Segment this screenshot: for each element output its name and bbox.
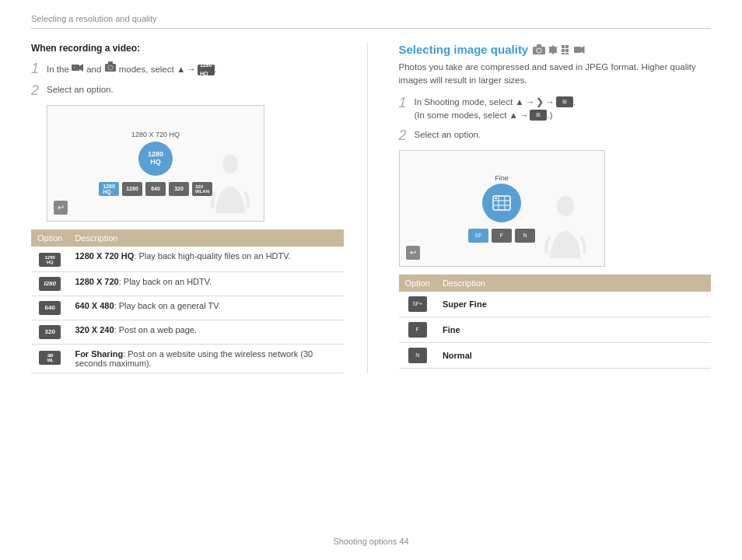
quality-preview-box: Fine SF F N ↩: [399, 150, 605, 267]
figure-silhouette-left: [209, 155, 252, 213]
step-2-text-left: Select an option.: [47, 83, 114, 96]
settings-icon: [548, 44, 558, 55]
video-icon: [574, 45, 585, 54]
table-row: 640 640 X 480: Play back on a general TV…: [31, 296, 344, 320]
when-recording-label: When recording a video:: [31, 43, 344, 54]
option-col-header: Option: [31, 229, 68, 247]
title-text: Selecting image quality: [399, 43, 529, 56]
normal-td-icon: N: [408, 348, 427, 363]
right-desc: Photos you take are compressed and saved…: [399, 61, 712, 88]
quality-badge-icon: [492, 194, 512, 212]
svg-marker-1: [79, 64, 83, 72]
step-1-right-text: In Shooting mode, select ▲ → ❯ → ⊞ . (In…: [415, 96, 576, 123]
step-2-right: 2 Select an option.: [399, 128, 712, 144]
right-desc-header: Description: [436, 275, 711, 292]
table-row: 1280HQ 1280 X 720 HQ: Play back high-qua…: [31, 247, 344, 272]
table-row: F Fine: [399, 317, 712, 342]
desc-cell: 1280 X 720: Play back on an HDTV.: [68, 271, 343, 296]
table-row: 320WL For Sharing: Post on a website usi…: [31, 344, 344, 373]
fine-td-icon: F: [408, 322, 427, 338]
video-preview-box: 1280 X 720 HQ 1280 HQ 1280HQ 1280 640 32…: [47, 105, 264, 222]
svg-rect-25: [495, 198, 497, 199]
step-1-right-number: 1: [399, 96, 410, 111]
icon-cell: 320: [31, 320, 68, 344]
superfine-td-icon: SF+: [408, 296, 427, 312]
normal-label: Normal: [436, 342, 711, 368]
quality-badge: [482, 184, 521, 222]
res-320-icon: 320: [169, 182, 189, 196]
video-cam-icon: [72, 63, 84, 72]
superfine-icon: SF: [468, 229, 488, 243]
desc-cell: 640 X 480: Play back on a general TV.: [68, 296, 343, 320]
table-row: I280 1280 X 720: Play back on an HDTV.: [31, 271, 344, 296]
section-title: Selecting image quality: [399, 43, 712, 56]
1280hq-td-icon: 1280HQ: [39, 253, 61, 267]
camera-icon: [533, 44, 545, 54]
sharing-td-icon: 320WL: [39, 351, 61, 365]
title-icons: [533, 44, 585, 55]
svg-marker-18: [581, 46, 585, 54]
step-2-right-number: 2: [399, 128, 410, 144]
step-2-left: 2 Select an option.: [31, 83, 344, 99]
normal-icon: N: [515, 229, 535, 243]
step-number-1: 1: [31, 61, 42, 77]
step-1-left: 1 In the and modes, select ▲ → 1280HQ .: [31, 61, 344, 77]
quality-icon-row: SF F N: [468, 229, 535, 243]
grid-icon: [561, 44, 572, 55]
back-arrow-right[interactable]: ↩: [406, 246, 420, 260]
svg-rect-13: [562, 49, 565, 52]
svg-rect-11: [562, 45, 565, 48]
smart-cam-icon: [104, 61, 117, 72]
video-options-table: Option Description 1280HQ 1280 X 720 HQ:…: [31, 229, 344, 373]
fine-label: Fine: [436, 317, 711, 342]
quality-badge-label: Fine: [495, 174, 509, 182]
icon-cell: 640: [31, 296, 68, 320]
resolution-badge: 1280 HQ: [138, 142, 173, 176]
step-2-right-text: Select an option.: [415, 128, 481, 142]
svg-rect-4: [108, 61, 113, 65]
page-footer: Shooting options 44: [0, 537, 742, 546]
1280-td-icon: I280: [39, 277, 61, 291]
figure-silhouette-right: [542, 196, 589, 258]
desc-cell: 1280 X 720 HQ: Play back high-quality fi…: [68, 247, 343, 272]
icon-cell: SF+: [399, 292, 436, 317]
desc-cell: 320 X 240: Post on a web page.: [68, 320, 343, 344]
640-td-icon: 640: [39, 301, 61, 315]
icon-cell: N: [399, 342, 436, 368]
icon-cell: 1280HQ: [31, 247, 68, 272]
svg-rect-17: [574, 47, 581, 53]
step-number-2: 2: [31, 83, 42, 99]
step-1-text: In the and modes, select ▲ → 1280HQ .: [47, 61, 217, 76]
quality-options-table: Option Description SF+ Super Fine F Fine: [399, 275, 712, 369]
back-arrow-left[interactable]: ↩: [54, 201, 68, 215]
320-td-icon: 320: [39, 325, 61, 339]
right-option-header: Option: [399, 275, 436, 292]
svg-rect-16: [565, 53, 569, 54]
svg-rect-14: [565, 49, 569, 52]
left-section: When recording a video: 1 In the and mod…: [31, 43, 368, 373]
svg-point-6: [222, 155, 238, 173]
svg-point-2: [74, 67, 75, 68]
superfine-label: Super Fine: [436, 292, 711, 317]
description-col-header: Description: [68, 229, 343, 247]
desc-cell: For Sharing: Post on a website using the…: [68, 344, 343, 373]
svg-rect-12: [565, 45, 569, 48]
step-1-right: 1 In Shooting mode, select ▲ → ❯ → ⊞ . (…: [399, 96, 712, 123]
table-row: 320 320 X 240: Post on a web page.: [31, 320, 344, 344]
icon-cell: I280: [31, 271, 68, 296]
table-row: N Normal: [399, 342, 712, 368]
table-row: SF+ Super Fine: [399, 292, 712, 317]
icon-cell: F: [399, 317, 436, 342]
svg-point-19: [557, 196, 574, 216]
resolution-icon-row: 1280HQ 1280 640 320 320WLAN: [99, 182, 212, 196]
breadcrumb: Selecting a resolution and quality: [31, 14, 711, 29]
res-1280hq-icon: 1280HQ: [99, 182, 119, 196]
img-box-label: 1280 X 720 HQ: [131, 131, 180, 138]
icon-cell: 320WL: [31, 344, 68, 373]
svg-rect-15: [562, 53, 565, 54]
right-section: Selecting image quality Photos you take …: [391, 43, 712, 373]
fine-icon: F: [492, 229, 512, 243]
res-640-icon: 640: [145, 182, 166, 196]
res-1280-icon: 1280: [122, 182, 142, 196]
svg-rect-8: [537, 44, 541, 47]
